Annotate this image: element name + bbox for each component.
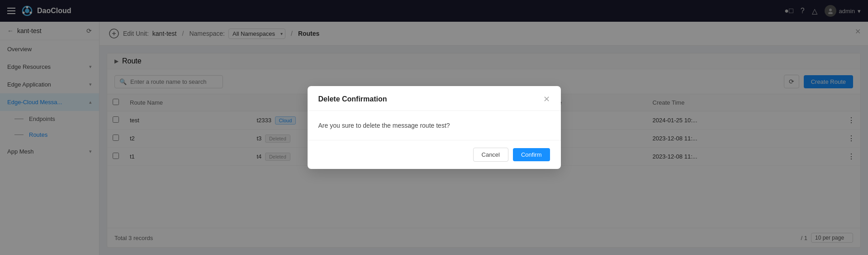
modal-overlay: Delete Confirmation ✕ Are you sure to de… <box>0 0 868 255</box>
modal-title: Delete Confirmation <box>318 95 387 103</box>
modal-footer: Cancel Confirm <box>308 140 561 169</box>
modal-header: Delete Confirmation ✕ <box>308 86 561 111</box>
modal-body: Are you sure to delete the message route… <box>308 111 561 140</box>
confirm-button[interactable]: Confirm <box>513 148 550 161</box>
delete-confirmation-modal: Delete Confirmation ✕ Are you sure to de… <box>308 86 561 169</box>
cancel-button[interactable]: Cancel <box>473 148 508 162</box>
modal-body-text: Are you sure to delete the message route… <box>318 122 550 129</box>
modal-close-icon[interactable]: ✕ <box>543 95 550 103</box>
